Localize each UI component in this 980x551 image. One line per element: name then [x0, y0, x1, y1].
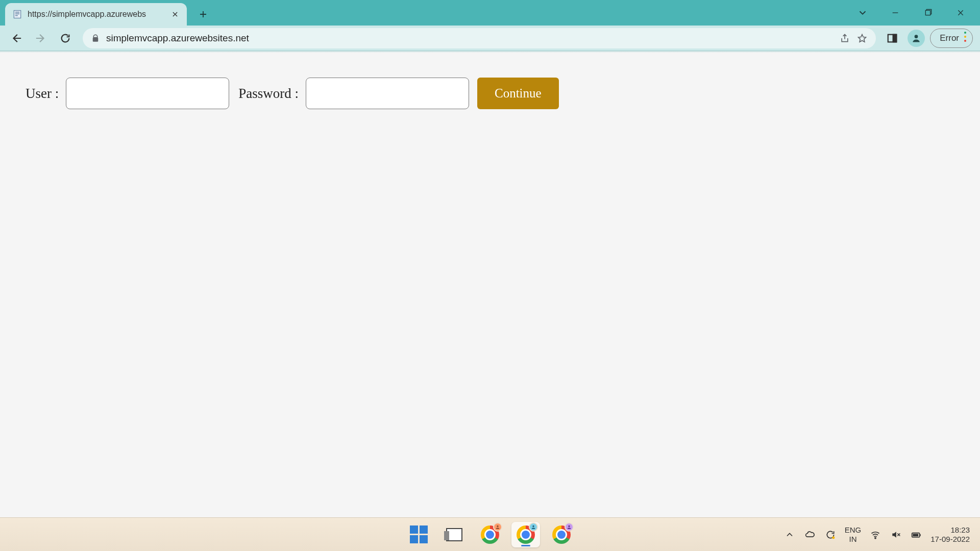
- window-close-button[interactable]: [944, 3, 977, 23]
- volume-muted-icon[interactable]: [890, 529, 902, 541]
- window-minimize-button[interactable]: [879, 3, 912, 23]
- nav-forward-button[interactable]: [30, 28, 52, 48]
- address-bar[interactable]: simplemvcapp.azurewebsites.net: [83, 28, 876, 48]
- svg-point-10: [964, 36, 966, 38]
- svg-point-13: [532, 525, 534, 527]
- user-label: User :: [26, 86, 59, 102]
- login-form: User : Password : Continue: [0, 51, 980, 136]
- browser-menu-icon[interactable]: [964, 32, 966, 44]
- window-controls: [846, 0, 980, 26]
- profile-avatar[interactable]: [908, 30, 925, 47]
- url-text: simplemvcapp.azurewebsites.net: [106, 33, 833, 44]
- browser-toolbar: simplemvcapp.azurewebsites.net Error: [0, 26, 980, 51]
- task-view-button[interactable]: [440, 522, 469, 547]
- password-input[interactable]: [306, 78, 469, 109]
- profile-badge-icon: [529, 522, 538, 532]
- svg-rect-1: [15, 12, 19, 13]
- chrome-icon: [517, 525, 535, 544]
- system-tray: ENG IN 18:23 17-09-2022: [783, 518, 980, 551]
- task-view-icon: [446, 528, 462, 541]
- lock-icon[interactable]: [91, 34, 100, 43]
- tab-title: https://simplemvcapp.azurewebs: [28, 10, 165, 19]
- tab-search-dropdown[interactable]: [846, 3, 879, 23]
- svg-rect-3: [15, 15, 18, 16]
- svg-point-16: [875, 537, 876, 538]
- page-viewport: User : Password : Continue: [0, 51, 980, 517]
- svg-rect-4: [925, 10, 930, 15]
- battery-icon[interactable]: [910, 529, 922, 541]
- error-label: Error: [940, 33, 959, 43]
- bookmark-star-icon[interactable]: [856, 33, 868, 44]
- profile-badge-icon: [565, 522, 574, 532]
- taskbar-chrome-2-active[interactable]: [511, 522, 540, 547]
- tab-close-icon[interactable]: [170, 10, 180, 19]
- svg-point-15: [832, 536, 835, 539]
- nav-back-button[interactable]: [5, 28, 28, 48]
- clock-time: 18:23: [950, 525, 970, 535]
- update-error-button[interactable]: Error: [930, 29, 973, 48]
- new-tab-button[interactable]: [192, 3, 214, 26]
- chrome-icon: [552, 525, 571, 544]
- window-maximize-button[interactable]: [912, 3, 944, 23]
- svg-rect-18: [920, 534, 921, 536]
- continue-button[interactable]: Continue: [477, 78, 559, 109]
- nav-reload-button[interactable]: [54, 28, 77, 48]
- windows-logo-icon: [410, 525, 428, 543]
- svg-rect-2: [15, 13, 19, 14]
- lang-top: ENG: [845, 525, 862, 534]
- side-panel-icon[interactable]: [882, 28, 902, 48]
- svg-rect-19: [913, 534, 919, 536]
- chrome-icon: [481, 525, 499, 544]
- svg-point-14: [568, 525, 570, 527]
- svg-point-9: [964, 32, 966, 34]
- svg-point-12: [497, 525, 498, 527]
- start-button[interactable]: [404, 522, 433, 547]
- lang-bottom: IN: [849, 535, 857, 543]
- onedrive-icon[interactable]: [804, 529, 816, 541]
- page-favicon-icon: [12, 9, 22, 19]
- browser-tab-active[interactable]: https://simplemvcapp.azurewebs: [5, 3, 187, 26]
- clock-date: 17-09-2022: [930, 535, 970, 544]
- windows-update-icon[interactable]: [824, 529, 837, 541]
- wifi-icon[interactable]: [869, 529, 881, 541]
- taskbar-chrome-1[interactable]: [476, 522, 504, 547]
- browser-title-bar: https://simplemvcapp.azurewebs: [0, 0, 980, 26]
- tray-overflow-icon[interactable]: [783, 529, 796, 541]
- language-indicator[interactable]: ENG IN: [845, 525, 862, 543]
- share-icon[interactable]: [839, 33, 850, 44]
- profile-badge-icon: [493, 522, 502, 532]
- clock[interactable]: 18:23 17-09-2022: [930, 525, 973, 544]
- svg-point-11: [964, 40, 966, 42]
- svg-point-8: [915, 35, 918, 38]
- password-label: Password :: [238, 86, 299, 102]
- windows-taskbar: ENG IN 18:23 17-09-2022: [0, 517, 980, 551]
- svg-rect-5: [93, 37, 99, 41]
- svg-rect-7: [893, 34, 896, 42]
- user-input[interactable]: [66, 78, 229, 109]
- taskbar-chrome-3[interactable]: [547, 522, 576, 547]
